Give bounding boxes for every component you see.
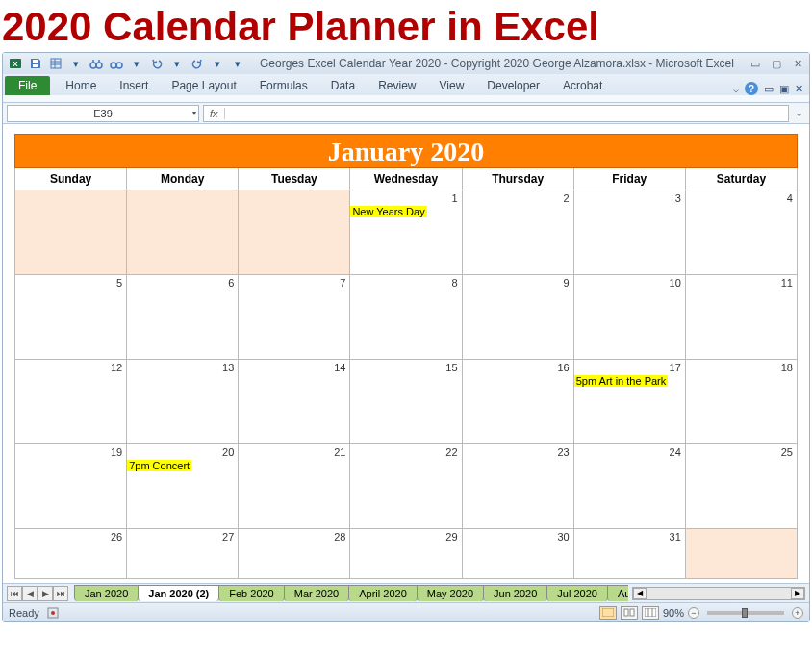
cell-date: 26 — [111, 531, 122, 543]
calendar-cell[interactable]: 16 — [463, 360, 574, 444]
binoculars2-icon[interactable] — [108, 55, 125, 72]
zoom-in-button[interactable]: + — [792, 607, 803, 619]
calendar-cell[interactable]: 22 — [350, 444, 462, 529]
calendar-cell[interactable]: 28 — [239, 529, 350, 579]
zoom-out-button[interactable]: − — [688, 607, 699, 619]
calendar-cell[interactable]: 23 — [463, 444, 574, 529]
ribbon-tab-view[interactable]: View — [428, 76, 476, 95]
macro-record-icon[interactable] — [47, 607, 59, 619]
save-icon[interactable] — [27, 55, 44, 72]
ribbon-tab-review[interactable]: Review — [367, 76, 427, 95]
calendar-cell[interactable]: 4 — [686, 190, 798, 275]
hscroll-right-button[interactable]: ▶ — [791, 588, 804, 599]
table-icon[interactable] — [47, 55, 64, 72]
sheet-tab[interactable]: Feb 2020 — [218, 585, 284, 601]
sheet-tab[interactable]: Jul 2020 — [546, 585, 608, 601]
help-icon[interactable]: ? — [745, 82, 758, 95]
hscroll-left-button[interactable]: ◀ — [633, 588, 647, 599]
calendar-cell[interactable]: 1New Years Day — [350, 190, 462, 275]
ribbon-restore-icon[interactable]: ▣ — [779, 83, 789, 95]
sheet-tab[interactable]: Mar 2020 — [284, 585, 349, 601]
sheet-tab[interactable]: May 2020 — [417, 585, 484, 601]
calendar-cell[interactable] — [239, 190, 350, 275]
normal-view-button[interactable] — [599, 606, 617, 620]
ribbon-chevron-icon[interactable]: ⌵ — [733, 84, 739, 94]
calendar-cell[interactable]: 10 — [574, 275, 686, 360]
file-tab[interactable]: File — [5, 76, 50, 95]
sheet-tab[interactable]: Aug 2020 — [607, 585, 628, 601]
cell-date: 27 — [222, 531, 234, 543]
sheet-tab[interactable]: Jun 2020 — [483, 585, 547, 601]
ribbon-tab-home[interactable]: Home — [54, 76, 108, 95]
calendar-cell[interactable] — [127, 190, 239, 275]
ribbon-tab-insert[interactable]: Insert — [108, 76, 160, 95]
redo-arrow-icon[interactable]: ▾ — [209, 55, 226, 72]
page-layout-view-button[interactable] — [621, 606, 638, 620]
calendar-cell[interactable]: 207pm Concert — [127, 444, 239, 529]
ribbon-tab-formulas[interactable]: Formulas — [248, 76, 319, 95]
ribbon-tab-developer[interactable]: Developer — [475, 76, 551, 95]
tab-last-button[interactable]: ⏭ — [53, 586, 68, 601]
name-box-arrow-icon[interactable]: ▾ — [192, 109, 196, 117]
excel-icon[interactable]: X — [7, 55, 24, 72]
calendar-cell[interactable]: 3 — [574, 190, 686, 275]
ribbon-minimize-icon[interactable]: ▭ — [764, 83, 774, 95]
calendar-cell[interactable]: 31 — [574, 529, 686, 579]
calendar-cell[interactable]: 24 — [574, 444, 686, 529]
calendar-cell[interactable] — [686, 529, 798, 579]
calendar-cell[interactable]: 15 — [350, 360, 462, 444]
cell-date: 17 — [670, 362, 681, 373]
maximize-button[interactable]: ▢ — [769, 56, 784, 71]
calendar-cell[interactable]: 12 — [14, 360, 127, 444]
tab-prev-button[interactable]: ◀ — [22, 586, 38, 601]
sheet-tab[interactable]: Jan 2020 (2) — [138, 585, 219, 601]
calendar-cell[interactable]: 13 — [127, 360, 239, 444]
cell-date: 11 — [781, 277, 793, 289]
calendar-cell[interactable]: 6 — [127, 275, 239, 360]
calendar-cell[interactable]: 26 — [14, 529, 127, 579]
calendar-cell[interactable]: 175pm Art in the Park — [574, 360, 686, 444]
undo-arrow-icon[interactable]: ▾ — [168, 55, 186, 72]
ribbon-tab-acrobat[interactable]: Acrobat — [551, 76, 614, 95]
calendar-cell[interactable]: 19 — [14, 444, 127, 529]
ribbon-close-icon[interactable]: ✕ — [795, 83, 803, 95]
hscroll-track[interactable] — [647, 588, 791, 599]
calendar-cell[interactable]: 11 — [686, 275, 798, 360]
sheet-tab[interactable]: April 2020 — [348, 585, 418, 601]
binoculars-icon[interactable] — [88, 55, 105, 72]
tab-first-button[interactable]: ⏮ — [7, 586, 22, 601]
calendar-cell[interactable]: 27 — [127, 529, 239, 579]
page-break-view-button[interactable] — [642, 606, 659, 620]
formula-expand-icon[interactable]: ⌄ — [793, 107, 805, 119]
zoom-percent[interactable]: 90% — [663, 607, 684, 619]
horizontal-scrollbar[interactable]: ◀ ▶ — [632, 587, 805, 600]
redo-icon[interactable] — [189, 55, 206, 72]
calendar-cell[interactable]: 30 — [463, 529, 574, 579]
formula-input[interactable]: fx — [203, 105, 789, 122]
calendar-cell[interactable]: 18 — [686, 360, 798, 444]
undo-icon[interactable] — [148, 55, 165, 72]
ribbon-tab-page-layout[interactable]: Page Layout — [160, 76, 247, 95]
calendar-cell[interactable] — [14, 190, 127, 275]
calendar-cell[interactable]: 21 — [239, 444, 350, 529]
ribbon-tab-data[interactable]: Data — [319, 76, 367, 95]
qat-more-icon[interactable]: ▾ — [229, 55, 246, 72]
calendar-cell[interactable]: 8 — [350, 275, 462, 360]
tab-next-button[interactable]: ▶ — [38, 586, 53, 601]
calendar-cell[interactable]: 5 — [14, 275, 127, 360]
calendar-cell[interactable]: 25 — [686, 444, 798, 529]
dropdown-arrow2-icon[interactable]: ▾ — [128, 55, 145, 72]
calendar-cell[interactable]: 14 — [239, 360, 350, 444]
name-box[interactable]: E39 ▾ — [7, 105, 199, 122]
cell-date: 13 — [222, 362, 234, 373]
sheet-tab[interactable]: Jan 2020 — [74, 585, 139, 601]
close-button[interactable]: ✕ — [790, 56, 805, 71]
zoom-thumb[interactable] — [742, 608, 748, 618]
zoom-slider[interactable] — [707, 611, 784, 615]
minimize-button[interactable]: ▭ — [748, 56, 763, 71]
calendar-cell[interactable]: 29 — [350, 529, 462, 579]
calendar-cell[interactable]: 7 — [239, 275, 350, 360]
calendar-cell[interactable]: 2 — [463, 190, 574, 275]
calendar-cell[interactable]: 9 — [463, 275, 574, 360]
dropdown-arrow-icon[interactable]: ▾ — [67, 55, 85, 72]
